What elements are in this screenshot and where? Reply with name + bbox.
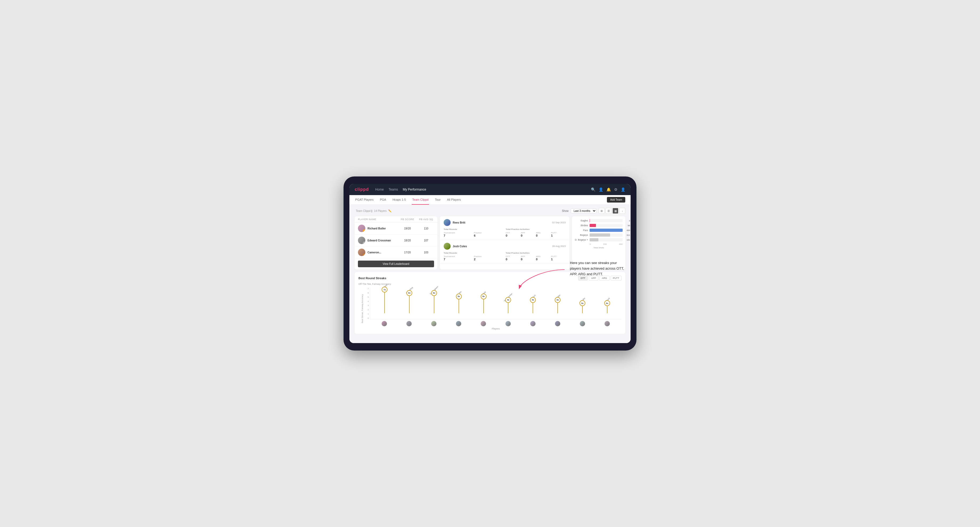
show-label: Show (562, 210, 568, 213)
player-col: C. Quick3x (595, 287, 619, 319)
nav-teams[interactable]: Teams (388, 187, 398, 192)
avatar-image (555, 321, 560, 326)
grid-view-button[interactable]: ⊞ (599, 208, 605, 214)
player-info: 2 Edward Crossman (358, 237, 397, 244)
subnav-pga[interactable]: PGA (379, 195, 387, 205)
player-avatar (471, 321, 496, 326)
players-x-label: Players (370, 327, 622, 330)
player-name: Edward Crossman (368, 239, 391, 242)
annotation-text: Here you can see streaks your players ha… (570, 260, 628, 277)
view-full-leaderboard-button[interactable]: View Full Leaderboard (358, 260, 434, 267)
detail-view-button[interactable]: ↓ (619, 208, 625, 214)
card-date: 26 Aug 2023 (552, 245, 566, 248)
y-axis-label: Best Streak, Fairway Accuracy (361, 287, 363, 330)
subnav-all-players[interactable]: All Players (447, 195, 461, 205)
team-title: Team Clippd | 14 Players (355, 209, 387, 213)
search-icon[interactable]: 🔍 (591, 187, 595, 192)
pb-avg: 110 (418, 227, 434, 230)
player-col: D. Ford4x (520, 287, 546, 319)
player-col: R. Butler3x (570, 287, 595, 319)
streak-bubble: 6x (431, 290, 437, 296)
subnav-team-clippd[interactable]: Team Clippd (412, 195, 429, 205)
subnav-pgat[interactable]: PGAT Players (355, 195, 374, 205)
pb-avg: 107 (418, 239, 434, 242)
bell-icon[interactable]: 🔔 (606, 187, 611, 192)
ott-col: OTT 0 (506, 255, 520, 261)
bar-fill (590, 224, 596, 227)
avatar-image (382, 321, 387, 326)
player-col: M. Miller4x (546, 287, 570, 319)
card-name: Josh Coles (453, 245, 467, 248)
period-select[interactable]: Last 3 months (571, 208, 597, 213)
avatar-image (530, 321, 536, 326)
bar-container: 96 (590, 224, 623, 227)
streak-bubble: 4x (555, 297, 561, 303)
avatar-image (481, 321, 486, 326)
nav-home[interactable]: Home (375, 187, 384, 192)
streak-bubble: 6x (406, 290, 412, 296)
chart-bar-row: Eagles 3 (575, 219, 623, 222)
subnav-hcaps[interactable]: Hcaps 1-5 (392, 195, 406, 205)
rounds-grid: Total Rounds Tournament 7 Practice (444, 252, 566, 261)
player-avatar (520, 321, 545, 326)
player-avatar (422, 321, 446, 326)
bar-value: 311 (627, 234, 630, 237)
rounds-sub: Tournament 7 Practice 6 (444, 232, 504, 237)
list-view-button[interactable]: ☰ (606, 208, 611, 214)
total-rounds-section: Total Rounds Tournament 7 Practice (444, 252, 504, 261)
player-col: J. Coles5x (446, 287, 471, 319)
bar-container: 3 (590, 219, 623, 222)
pb-avg: 103 (418, 251, 434, 254)
player-info: 3 Cameron... (358, 249, 397, 256)
table-row: 2 Edward Crossman 18/20 107 (355, 235, 437, 246)
settings-icon[interactable]: ⚙ (614, 187, 617, 192)
edit-icon[interactable]: ✏️ (388, 210, 391, 213)
card-date: 02 Sep 2023 (552, 221, 566, 224)
y-axis: 7 6 5 4 3 2 1 0 (364, 287, 370, 319)
practice-col: Practice 6 (474, 232, 504, 237)
avatar-image (506, 321, 511, 326)
bar-label: Birdies (575, 224, 588, 227)
practice-activities-section: Total Practice Activities OTT 0 APP (506, 252, 566, 261)
bar-label: Bogeys (575, 234, 588, 237)
streak-bubble: 3x (604, 300, 610, 306)
app-col: APP 0 (521, 255, 536, 261)
table-view-button[interactable]: ▦ (612, 208, 618, 214)
avatar-image (406, 321, 412, 326)
nav-my-performance[interactable]: My Performance (402, 187, 426, 192)
streak-chart-main: E. Ebert7xB. McHerg6xD. Billingham6xJ. C… (370, 287, 622, 330)
player-col: D. Billingham6x (422, 287, 447, 319)
player-avatar (496, 321, 520, 326)
chart-bar-row: D. Bogeys + 131 (575, 238, 623, 241)
nav-links: Home Teams My Performance (375, 187, 584, 192)
card-header: Rees Britt 02 Sep 2023 (444, 219, 566, 226)
practice-sub: OTT 0 APP 0 ARG (506, 232, 566, 237)
rounds-sub: Tournament 7 Practice 2 (444, 255, 504, 261)
player-name: Cameron... (368, 251, 381, 254)
avatar-image (431, 321, 436, 326)
streak-bubble: 4x (530, 297, 536, 303)
bar-value: 131 (627, 239, 630, 241)
col-pb-avg: PB AVG SQ (418, 218, 434, 221)
logo: clippd (355, 187, 369, 192)
subnav-tour[interactable]: Tour (434, 195, 441, 205)
avatar-image (605, 321, 610, 326)
bar-label: Eagles (575, 219, 588, 222)
avatar-icon[interactable]: 👤 (621, 187, 625, 192)
people-icon[interactable]: 👤 (599, 187, 603, 192)
add-team-button[interactable]: Add Team (607, 197, 625, 203)
streak-bubble: 5x (456, 294, 462, 300)
show-controls: Show Last 3 months ⊞ ☰ ▦ ↓ (562, 208, 625, 214)
bar-value: 96 (628, 224, 630, 227)
player-cards-panel: Rees Britt 02 Sep 2023 Total Rounds Tour… (440, 216, 570, 269)
bar-chart: Eagles 3 Birdies 96 Pars 499 Bogeys 311 … (575, 219, 623, 241)
card-header: Josh Coles 26 Aug 2023 (444, 243, 566, 250)
practice-label: Total Practice Activities (506, 252, 566, 254)
annotation: Here you can see streaks your players ha… (570, 260, 628, 277)
team-header: Team Clippd | 14 Players ✏️ Show Last 3 … (355, 208, 625, 214)
best-round-streaks-section: Best Round Streaks OTT APP ARG PUTT Off … (355, 272, 625, 334)
bar-fill (590, 233, 610, 237)
arg-col: ARG 0 (536, 255, 551, 261)
silver-medal: 2 (363, 241, 365, 244)
bar-value: 3 (629, 220, 630, 222)
